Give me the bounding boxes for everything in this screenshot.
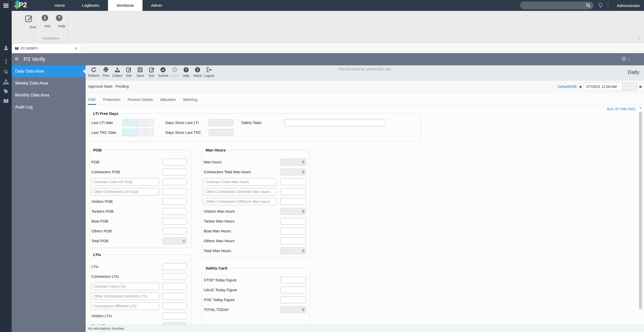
tab-metering[interactable]: Metering	[183, 98, 198, 105]
form-row: Total Man Hours	[202, 246, 310, 256]
save-button[interactable]: Save	[134, 65, 146, 78]
about-button[interactable]: About	[192, 65, 203, 78]
document-tab-p2-verify[interactable]: P2 VERIFY ✕	[12, 43, 81, 53]
visitors-ltis-input[interactable]	[163, 313, 187, 319]
book-icon[interactable]	[3, 98, 9, 104]
poc-today-figure-input[interactable]	[280, 296, 306, 303]
tanker-man-hours-input[interactable]	[280, 218, 306, 225]
boat-man-hours-input[interactable]	[280, 228, 306, 234]
default-shift-link[interactable]: DefaultShift	[558, 85, 577, 89]
other-contractors-on-duty-value-input[interactable]	[163, 188, 187, 195]
kebab-menu-icon[interactable]	[4, 59, 8, 64]
other-contractors-onshore-man-hours-label-input[interactable]	[204, 188, 276, 195]
contract-crew-on-duty-label-input[interactable]	[91, 178, 159, 185]
contractors-pob-input[interactable]	[163, 169, 187, 175]
other-contractors-offshore-man-hours-value-input[interactable]	[280, 198, 306, 205]
refresh-button[interactable]: Refresh	[87, 65, 100, 78]
uauc-today-figure-input[interactable]	[280, 287, 306, 293]
svg-text:?: ?	[58, 15, 60, 20]
print-menu-button[interactable]	[621, 56, 631, 62]
datetime-input[interactable]	[584, 83, 622, 90]
ribbon-group-divider	[67, 12, 67, 41]
collapse-ribbon-arrow-icon[interactable]: ↑	[638, 36, 640, 41]
next-day-arrow-icon[interactable]: ▶	[640, 85, 642, 88]
contractors-offshore-ltis-label-input[interactable]	[91, 302, 159, 310]
user-icon[interactable]	[3, 45, 9, 51]
back-chevrons-icon[interactable]: «	[15, 54, 19, 63]
sidebar-item-weekly-data-area[interactable]: Weekly Data Area	[12, 77, 86, 89]
nav-tab-home[interactable]: Home	[46, 0, 73, 11]
submit-button[interactable]: Submit	[157, 65, 169, 78]
search-icon[interactable]	[586, 3, 591, 8]
form-row: Visitors Man hours	[202, 206, 310, 216]
stop-today-figure-input[interactable]	[280, 277, 306, 283]
tab-process-details[interactable]: Process Details	[127, 98, 153, 105]
man-hours-label: Man hours	[204, 160, 222, 164]
last-lti-date-input[interactable]	[123, 119, 138, 126]
contractors-ltis-input[interactable]	[163, 273, 187, 280]
close-tab-icon[interactable]: ✕	[73, 46, 78, 51]
nav-tab-logbooks[interactable]: LogBooks	[73, 0, 108, 11]
clock-icon[interactable]	[146, 119, 153, 126]
others-man-hours-input[interactable]	[280, 238, 306, 244]
global-search[interactable]	[520, 2, 593, 9]
scrollbar-thumb[interactable]	[639, 112, 642, 309]
ribbon-info-button[interactable]: Info	[41, 14, 54, 28]
visitors-pob-input[interactable]	[163, 198, 187, 205]
pob-input[interactable]	[163, 159, 187, 165]
main-panel: RefreshPrintCollectEditSaveExitSubmitRej…	[86, 65, 644, 332]
ribbon-help-button[interactable]: ? Help	[55, 14, 68, 28]
other-contractors-onshore-man-hours-value-input[interactable]	[280, 188, 306, 195]
edit-button[interactable]: Edit	[123, 65, 134, 78]
boat-pob-input[interactable]	[163, 218, 187, 225]
previous-day-arrow-icon[interactable]: ◀	[579, 85, 581, 88]
tab-hse[interactable]: HSE	[88, 98, 96, 105]
hamburger-menu-icon[interactable]	[0, 0, 12, 11]
page-header: « P2 Verify	[12, 53, 644, 65]
help-button[interactable]: ?Help	[180, 65, 192, 78]
tankers-pob-input[interactable]	[163, 208, 187, 215]
contract-crew-man-hours-label-input[interactable]	[204, 178, 276, 185]
nav-tab-admin[interactable]: Admin	[143, 0, 171, 11]
nav-tab-workbook[interactable]: Workbook	[108, 0, 143, 11]
contract-crew-on-duty-value-input[interactable]	[163, 178, 187, 185]
safety-topic-input[interactable]	[284, 119, 385, 126]
clock-icon[interactable]	[629, 83, 637, 90]
calendar-icon[interactable]	[138, 129, 146, 136]
tag-icon[interactable]	[3, 88, 9, 94]
nav-right-cluster: Administrator	[520, 2, 644, 9]
tab-production[interactable]: Production	[103, 98, 121, 105]
other-contractors-offshore-man-hours-label-input[interactable]	[204, 198, 276, 205]
contract-crew-ltis-value-input[interactable]	[163, 283, 187, 290]
contract-crew-man-hours-value-input[interactable]	[280, 178, 306, 185]
sidebar-item-audit-log[interactable]: Audit Log	[12, 101, 86, 113]
last-trc-date-input[interactable]	[123, 129, 138, 136]
collect-button[interactable]: Collect	[112, 65, 123, 78]
logout-button[interactable]: Logout	[203, 65, 215, 78]
safety-topic-label: Safety Topic	[241, 121, 262, 125]
lightbulb-icon[interactable]	[598, 3, 604, 8]
contractors-offshore-ltis-value-input[interactable]	[163, 303, 187, 309]
ltis-input[interactable]	[163, 263, 187, 270]
contract-crew-ltis-label-input[interactable]	[91, 283, 159, 290]
search-icon[interactable]	[3, 69, 9, 74]
user-name[interactable]: Administrator	[617, 3, 640, 8]
exit-button[interactable]: Exit	[146, 65, 157, 78]
calendar-icon[interactable]	[622, 83, 629, 90]
print-button[interactable]: Print	[100, 65, 112, 78]
tab-allocation[interactable]: Allocation	[160, 98, 177, 105]
scroll-up-arrow-icon[interactable]: ▲	[638, 106, 643, 111]
ribbon-edit-button[interactable]: Edit	[24, 14, 42, 29]
other-contractors-onshore-ltis-value-input[interactable]	[163, 293, 187, 300]
other-contractors-onshore-ltis-label-input[interactable]	[91, 293, 159, 300]
form-row: POB	[90, 157, 191, 167]
sidebar-item-daily-data-area[interactable]: Daily Data Area	[12, 65, 86, 77]
calendar-icon[interactable]	[138, 119, 146, 126]
sitemap-icon[interactable]	[3, 79, 9, 85]
others-pob-input[interactable]	[163, 228, 187, 234]
vertical-scrollbar[interactable]: ▲	[638, 106, 643, 325]
search-input[interactable]	[523, 3, 586, 8]
other-contractors-on-duty-label-input[interactable]	[91, 188, 159, 195]
sidebar-item-monthly-data-area[interactable]: Monthly Data Area	[12, 89, 86, 101]
clock-icon[interactable]	[146, 129, 153, 136]
